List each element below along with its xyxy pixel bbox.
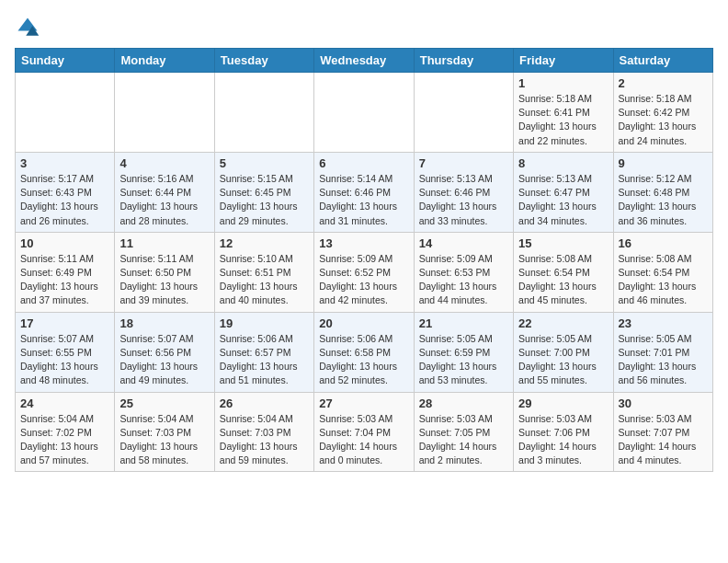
calendar-cell: 6Sunrise: 5:14 AM Sunset: 6:46 PM Daylig… [314,152,414,232]
calendar-cell: 1Sunrise: 5:18 AM Sunset: 6:41 PM Daylig… [514,73,613,153]
day-content: Sunrise: 5:11 AM Sunset: 6:50 PM Dayligh… [119,252,209,308]
page-header [15,15,713,40]
day-content: Sunrise: 5:03 AM Sunset: 7:07 PM Dayligh… [619,412,708,468]
calendar-week-3: 10Sunrise: 5:11 AM Sunset: 6:49 PM Dayli… [16,232,713,312]
day-content: Sunrise: 5:15 AM Sunset: 6:45 PM Dayligh… [220,172,309,228]
day-number: 4 [119,156,209,170]
day-number: 13 [319,236,408,250]
day-number: 20 [319,316,408,330]
day-number: 1 [518,76,608,90]
day-number: 5 [220,156,309,170]
day-number: 12 [220,236,309,250]
day-number: 28 [419,396,508,410]
day-content: Sunrise: 5:07 AM Sunset: 6:56 PM Dayligh… [119,332,209,388]
day-header-saturday: Saturday [613,49,712,73]
day-number: 22 [518,316,608,330]
day-number: 3 [20,156,109,170]
calendar-cell: 17Sunrise: 5:07 AM Sunset: 6:55 PM Dayli… [16,312,115,392]
day-number: 15 [518,236,608,250]
calendar-cell: 16Sunrise: 5:08 AM Sunset: 6:54 PM Dayli… [613,232,712,312]
calendar-cell [314,73,414,153]
day-content: Sunrise: 5:03 AM Sunset: 7:04 PM Dayligh… [319,412,408,468]
calendar-cell: 22Sunrise: 5:05 AM Sunset: 7:00 PM Dayli… [514,312,613,392]
day-number: 26 [220,396,309,410]
day-number: 14 [419,236,508,250]
day-content: Sunrise: 5:08 AM Sunset: 6:54 PM Dayligh… [518,252,608,308]
calendar-cell: 27Sunrise: 5:03 AM Sunset: 7:04 PM Dayli… [314,392,414,472]
day-number: 27 [319,396,408,410]
day-number: 16 [619,236,708,250]
day-number: 29 [518,396,608,410]
calendar-cell: 29Sunrise: 5:03 AM Sunset: 7:06 PM Dayli… [514,392,613,472]
day-header-thursday: Thursday [414,49,513,73]
calendar-cell [214,73,313,153]
day-header-monday: Monday [115,49,214,73]
day-content: Sunrise: 5:04 AM Sunset: 7:03 PM Dayligh… [220,412,309,468]
day-content: Sunrise: 5:16 AM Sunset: 6:44 PM Dayligh… [119,172,209,228]
day-content: Sunrise: 5:10 AM Sunset: 6:51 PM Dayligh… [220,252,309,308]
calendar-week-4: 17Sunrise: 5:07 AM Sunset: 6:55 PM Dayli… [16,312,713,392]
calendar-week-1: 1Sunrise: 5:18 AM Sunset: 6:41 PM Daylig… [16,73,713,153]
day-number: 6 [319,156,408,170]
calendar-week-2: 3Sunrise: 5:17 AM Sunset: 6:43 PM Daylig… [16,152,713,232]
day-number: 21 [419,316,508,330]
day-number: 23 [619,316,708,330]
calendar-cell: 10Sunrise: 5:11 AM Sunset: 6:49 PM Dayli… [16,232,115,312]
day-content: Sunrise: 5:09 AM Sunset: 6:52 PM Dayligh… [319,252,408,308]
day-number: 24 [20,396,109,410]
calendar-cell: 28Sunrise: 5:03 AM Sunset: 7:05 PM Dayli… [414,392,513,472]
day-content: Sunrise: 5:04 AM Sunset: 7:03 PM Dayligh… [119,412,209,468]
calendar-cell: 15Sunrise: 5:08 AM Sunset: 6:54 PM Dayli… [514,232,613,312]
day-number: 8 [518,156,608,170]
day-content: Sunrise: 5:05 AM Sunset: 7:00 PM Dayligh… [518,332,608,388]
day-content: Sunrise: 5:18 AM Sunset: 6:42 PM Dayligh… [619,92,708,148]
day-content: Sunrise: 5:13 AM Sunset: 6:46 PM Dayligh… [419,172,508,228]
day-header-friday: Friday [514,49,613,73]
calendar-cell: 21Sunrise: 5:05 AM Sunset: 6:59 PM Dayli… [414,312,513,392]
day-content: Sunrise: 5:03 AM Sunset: 7:06 PM Dayligh… [518,412,608,468]
calendar-table: SundayMondayTuesdayWednesdayThursdayFrid… [15,48,713,472]
calendar-cell [115,73,214,153]
day-number: 30 [619,396,708,410]
day-content: Sunrise: 5:13 AM Sunset: 6:47 PM Dayligh… [518,172,608,228]
logo-icon [15,15,40,40]
calendar-cell: 24Sunrise: 5:04 AM Sunset: 7:02 PM Dayli… [16,392,115,472]
day-header-sunday: Sunday [16,49,115,73]
day-header-wednesday: Wednesday [314,49,414,73]
day-content: Sunrise: 5:07 AM Sunset: 6:55 PM Dayligh… [20,332,109,388]
day-number: 19 [220,316,309,330]
day-number: 9 [619,156,708,170]
calendar-cell [414,73,513,153]
day-content: Sunrise: 5:06 AM Sunset: 6:58 PM Dayligh… [319,332,408,388]
calendar-cell: 3Sunrise: 5:17 AM Sunset: 6:43 PM Daylig… [16,152,115,232]
day-content: Sunrise: 5:17 AM Sunset: 6:43 PM Dayligh… [20,172,109,228]
day-content: Sunrise: 5:14 AM Sunset: 6:46 PM Dayligh… [319,172,408,228]
day-number: 10 [20,236,109,250]
day-content: Sunrise: 5:12 AM Sunset: 6:48 PM Dayligh… [619,172,708,228]
calendar-cell: 7Sunrise: 5:13 AM Sunset: 6:46 PM Daylig… [414,152,513,232]
logo [15,15,42,40]
calendar-cell: 12Sunrise: 5:10 AM Sunset: 6:51 PM Dayli… [214,232,313,312]
day-content: Sunrise: 5:04 AM Sunset: 7:02 PM Dayligh… [20,412,109,468]
day-number: 11 [119,236,209,250]
calendar-cell: 20Sunrise: 5:06 AM Sunset: 6:58 PM Dayli… [314,312,414,392]
day-header-tuesday: Tuesday [214,49,313,73]
calendar-cell: 2Sunrise: 5:18 AM Sunset: 6:42 PM Daylig… [613,73,712,153]
calendar-cell: 30Sunrise: 5:03 AM Sunset: 7:07 PM Dayli… [613,392,712,472]
day-number: 2 [619,76,708,90]
calendar-cell: 8Sunrise: 5:13 AM Sunset: 6:47 PM Daylig… [514,152,613,232]
day-content: Sunrise: 5:11 AM Sunset: 6:49 PM Dayligh… [20,252,109,308]
calendar-cell: 11Sunrise: 5:11 AM Sunset: 6:50 PM Dayli… [115,232,214,312]
day-number: 17 [20,316,109,330]
calendar-cell [16,73,115,153]
day-content: Sunrise: 5:09 AM Sunset: 6:53 PM Dayligh… [419,252,508,308]
day-content: Sunrise: 5:08 AM Sunset: 6:54 PM Dayligh… [619,252,708,308]
day-content: Sunrise: 5:06 AM Sunset: 6:57 PM Dayligh… [220,332,309,388]
day-number: 18 [119,316,209,330]
calendar-cell: 13Sunrise: 5:09 AM Sunset: 6:52 PM Dayli… [314,232,414,312]
calendar-cell: 5Sunrise: 5:15 AM Sunset: 6:45 PM Daylig… [214,152,313,232]
calendar-cell: 26Sunrise: 5:04 AM Sunset: 7:03 PM Dayli… [214,392,313,472]
calendar-cell: 18Sunrise: 5:07 AM Sunset: 6:56 PM Dayli… [115,312,214,392]
calendar-cell: 14Sunrise: 5:09 AM Sunset: 6:53 PM Dayli… [414,232,513,312]
calendar-header-row: SundayMondayTuesdayWednesdayThursdayFrid… [16,49,713,73]
